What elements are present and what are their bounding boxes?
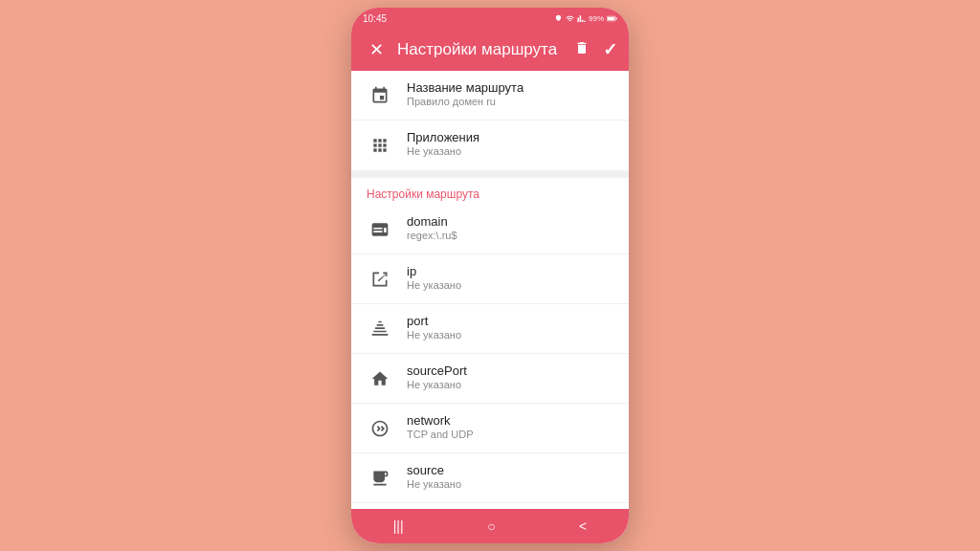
- source-item[interactable]: source Не указано: [351, 453, 629, 503]
- status-time: 10:45: [363, 13, 387, 24]
- port-label: port: [407, 314, 613, 328]
- network-label: network: [407, 413, 613, 428]
- apps-item[interactable]: Приложения Не указано: [351, 121, 629, 170]
- port-content: port Не указано: [407, 314, 613, 341]
- recent-button[interactable]: <: [562, 515, 604, 538]
- sourceport-item[interactable]: sourcePort Не указано: [351, 354, 629, 404]
- home-button[interactable]: ○: [470, 515, 512, 538]
- status-icons: 99%: [554, 14, 617, 23]
- apps-icon: [367, 132, 393, 159]
- network-value: TCP and UDP: [407, 429, 613, 440]
- port-value: Не указано: [407, 329, 613, 341]
- delete-button[interactable]: [574, 40, 590, 59]
- domain-label: domain: [407, 214, 613, 229]
- route-settings-header: Настройки маршрута: [351, 178, 629, 205]
- bottom-nav: ||| ○ <: [351, 509, 629, 543]
- apps-label: Приложения: [407, 130, 613, 144]
- network-item[interactable]: network TCP and UDP: [351, 404, 629, 453]
- ip-content: ip Не указано: [407, 264, 613, 291]
- route-icon: [367, 82, 393, 109]
- domain-item[interactable]: domain regex:\.ru$: [351, 205, 629, 254]
- header-actions: ✓: [574, 39, 617, 60]
- sourceport-value: Не указано: [407, 379, 613, 390]
- port-item[interactable]: port Не указано: [351, 304, 629, 354]
- content-area: Название маршрута Правило домен ru Прило…: [351, 71, 629, 509]
- route-settings-section: Настройки маршрута domain regex:\.ru$ ip: [351, 178, 629, 509]
- sourceport-content: sourcePort Не указано: [407, 364, 613, 390]
- section-divider: [351, 170, 629, 178]
- basic-section: Название маршрута Правило домен ru Прило…: [351, 71, 629, 170]
- route-name-item[interactable]: Название маршрута Правило домен ru: [351, 71, 629, 121]
- ip-label: ip: [407, 264, 613, 278]
- phone-container: 10:45 99% ✕ Настройки маршрута ✓: [351, 8, 629, 543]
- domain-value: regex:\.ru$: [407, 230, 613, 241]
- status-bar: 10:45 99%: [351, 8, 629, 29]
- close-button[interactable]: ✕: [363, 39, 390, 60]
- route-name-content: Название маршрута Правило домен ru: [407, 80, 613, 107]
- route-name-value: Правило домен ru: [407, 96, 613, 107]
- source-content: source Не указано: [407, 463, 613, 490]
- apps-content: Приложения Не указано: [407, 130, 613, 157]
- svg-rect-2: [608, 16, 614, 19]
- source-label: source: [407, 463, 613, 477]
- source-icon: [367, 465, 393, 492]
- source-value: Не указано: [407, 478, 613, 490]
- confirm-button[interactable]: ✓: [603, 39, 617, 60]
- back-button[interactable]: |||: [376, 515, 421, 538]
- network-content: network TCP and UDP: [407, 413, 613, 440]
- apps-value: Не указано: [407, 145, 613, 157]
- route-name-label: Название маршрута: [407, 80, 613, 95]
- page-title: Настройки маршрута: [397, 40, 574, 59]
- port-icon: [367, 316, 393, 342]
- ip-value: Не указано: [407, 279, 613, 291]
- app-header: ✕ Настройки маршрута ✓: [351, 29, 629, 71]
- network-icon: [367, 415, 393, 442]
- ip-icon: [367, 266, 393, 293]
- sourceport-label: sourcePort: [407, 364, 613, 378]
- svg-rect-1: [615, 17, 616, 19]
- sourceport-icon: [367, 365, 393, 392]
- ip-item[interactable]: ip Не указано: [351, 254, 629, 304]
- domain-icon: [367, 216, 393, 243]
- domain-content: domain regex:\.ru$: [407, 214, 613, 241]
